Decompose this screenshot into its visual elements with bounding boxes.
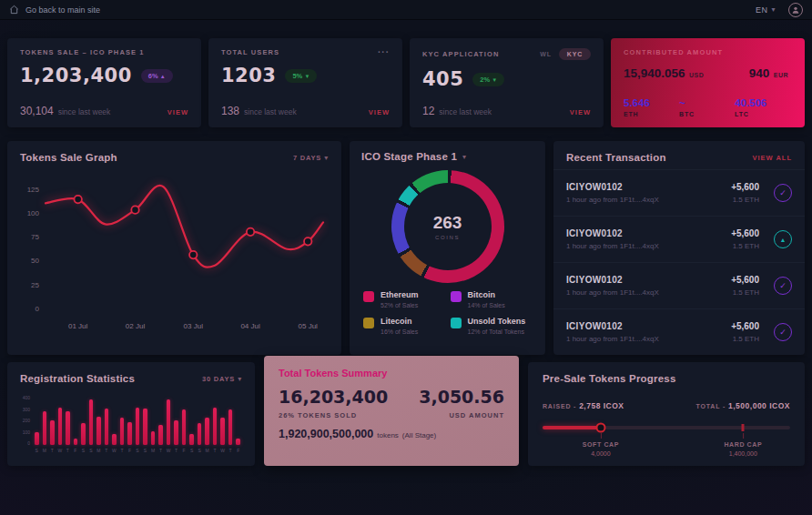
change-badge: 5% ▼ <box>285 69 317 83</box>
svg-text:02 Jul: 02 Jul <box>126 322 146 330</box>
transaction-amount: +5,600 <box>731 228 759 238</box>
bar <box>105 409 109 445</box>
coin-value: ~ <box>679 97 735 108</box>
view-button[interactable]: VIEW <box>167 108 188 116</box>
bar <box>205 418 209 445</box>
transaction-meta: 1 hour ago from 1F1t....4xqX <box>566 288 731 297</box>
bar-day-label: T <box>159 448 162 453</box>
transaction-row[interactable]: ICIYOW0102 1 hour ago from 1F1t....4xqX … <box>553 262 805 308</box>
bar-slot: T <box>48 391 56 453</box>
hard-cap-label: HARD CAP <box>724 441 762 448</box>
view-button[interactable]: VIEW <box>570 108 591 116</box>
bar-slot: S <box>141 391 149 453</box>
bar-slot: S <box>134 391 142 453</box>
coin-unit: BTC <box>679 111 735 117</box>
bar-slot: T <box>64 391 72 453</box>
legend-name: Ethereum <box>381 290 419 299</box>
language-label: EN <box>756 5 768 15</box>
bar-slot: T <box>172 391 180 453</box>
range-dropdown[interactable]: 7 DAYS ▾ <box>293 154 329 162</box>
transaction-meta: 1 hour ago from 1F1t....4xqX <box>566 242 731 250</box>
topbar: Go back to main site EN ▾ <box>0 0 812 20</box>
transaction-amount: +5,600 <box>731 275 759 285</box>
panel-title: Registration Statistics <box>20 373 135 384</box>
bar <box>143 409 147 445</box>
view-all-button[interactable]: VIEW ALL <box>752 154 792 162</box>
presale-progress-panel: Pre-Sale Tokens Progress RAISED -2,758 I… <box>528 362 805 466</box>
coin-value: 40.506 <box>735 97 790 108</box>
bar-axis-tick: 300 <box>23 407 30 412</box>
usd-unit: USD <box>689 72 704 78</box>
bar-slot: T <box>211 391 219 453</box>
bar-day-label: T <box>66 448 69 453</box>
bar <box>198 423 202 445</box>
bar-slot: M <box>95 391 103 453</box>
ico-stage-panel: ICO Stage Phase 1 ▾ 263 COINS Ethereum 5… <box>350 141 545 355</box>
range-dropdown[interactable]: 30 DAYS ▾ <box>202 375 242 383</box>
raised-label: RAISED - <box>543 403 576 409</box>
back-to-main-site-link[interactable]: Go back to main site <box>9 5 100 15</box>
bar <box>43 411 47 446</box>
ico-stage-donut-chart: 263 COINS <box>391 170 504 283</box>
bar-day-label: T <box>120 448 123 453</box>
hard-cap-marker <box>742 424 745 431</box>
chevron-down-icon[interactable]: ▾ <box>462 153 466 161</box>
bar-slot: M <box>203 391 211 453</box>
chevron-down-icon: ▾ <box>771 5 776 14</box>
transaction-row[interactable]: ICIYOW0102 1 hour ago from 1F1t....4xqX … <box>553 216 805 262</box>
total-tokens-value: 1,920,900,500,000 <box>279 428 373 440</box>
tokens-sale-value: 1,203,400 <box>20 65 132 86</box>
bar-day-label: W <box>167 448 171 453</box>
bar <box>174 420 178 446</box>
view-button[interactable]: VIEW <box>369 108 390 116</box>
bar-slot: W <box>56 391 65 453</box>
bar <box>158 425 163 446</box>
user-avatar[interactable] <box>788 3 803 17</box>
transaction-row[interactable]: ICIYOW0102 1 hour ago from 1F1t....4xqX … <box>553 308 805 355</box>
bar-slot: F <box>126 391 134 453</box>
bar-slot: M <box>41 391 49 453</box>
usd-amount-label: USD AMOUNT <box>419 411 504 419</box>
total-users-value: 1203 <box>221 65 276 86</box>
panel-title: ICO Stage Phase 1 <box>361 151 457 162</box>
bar-slot: F <box>180 391 188 453</box>
language-selector[interactable]: EN ▾ <box>756 5 776 15</box>
bar <box>236 439 240 446</box>
svg-text:75: 75 <box>31 233 39 241</box>
kyc-toggle[interactable]: KYC <box>559 48 591 60</box>
coins-label: COINS <box>435 235 460 240</box>
bar <box>189 434 194 446</box>
bar-day-label: W <box>57 448 62 453</box>
bar-day-label: T <box>175 448 178 453</box>
bar-day-label: M <box>151 448 155 453</box>
change-badge: 2% ▼ <box>472 73 504 86</box>
legend-swatch <box>451 318 462 328</box>
more-menu-icon[interactable]: ··· <box>378 50 390 56</box>
kyc-value: 405 <box>422 68 463 90</box>
bar-day-label: F <box>128 448 131 453</box>
bar-axis-tick: 100 <box>23 429 30 435</box>
legend-item: Litecoin 16% of Sales <box>363 317 445 335</box>
registration-bar-chart: 0100200300400 SMTWTFSSMTWTFSSMTWTFSSMTWT… <box>20 391 242 453</box>
change-badge: 6% ▲ <box>141 69 173 83</box>
bar-slot: W <box>165 391 173 453</box>
bar-day-label: F <box>237 448 239 453</box>
coin-amount: 5.646ETH <box>624 97 679 117</box>
transactions-list: ICIYOW0102 1 hour ago from 1F1t....4xqX … <box>553 169 805 355</box>
line-chart-svg: 025507510012501 Jul02 Jul03 Jul04 Jul05 … <box>20 167 329 336</box>
bar-slot: T <box>227 391 235 453</box>
wl-toggle[interactable]: WL <box>540 51 551 57</box>
bar <box>89 399 94 445</box>
bar-slot: T <box>157 391 165 453</box>
bar-day-label: F <box>183 448 186 453</box>
svg-text:03 Jul: 03 Jul <box>184 322 204 330</box>
bar-day-label: S <box>190 448 193 453</box>
transaction-row[interactable]: ICIYOW0102 1 hour ago from 1F1t....4xqX … <box>553 169 805 216</box>
transaction-eth-amount: 1.5 ETH <box>731 196 759 204</box>
total-value: 1,500,000 ICOX <box>728 401 790 410</box>
progress-slider-handle[interactable] <box>595 423 605 433</box>
bar-day-label: S <box>36 448 38 453</box>
bar-slot: S <box>196 391 204 453</box>
transaction-id: ICIYOW0102 <box>566 182 731 192</box>
total-label: TOTAL - <box>696 403 726 409</box>
